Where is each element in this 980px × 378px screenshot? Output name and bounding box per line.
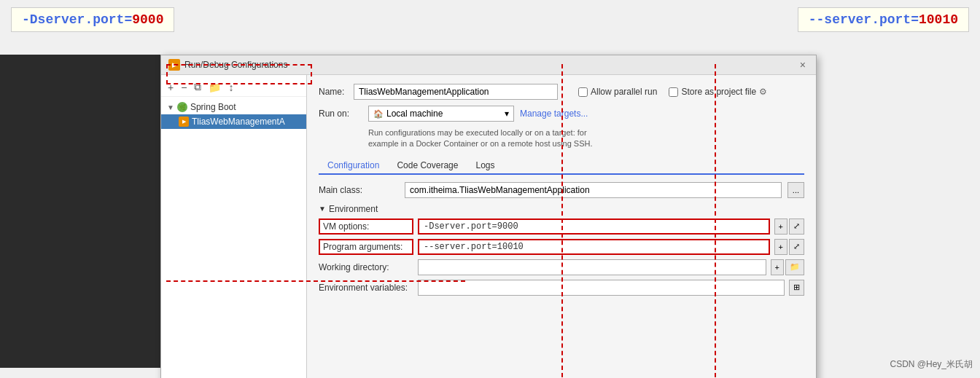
working-dir-input[interactable] (418, 259, 766, 275)
spring-boot-group: ▼ 🌿 Spring Boot (161, 100, 306, 114)
main-class-row: Main class: ... (319, 182, 804, 198)
local-machine-label: Local machine (386, 109, 443, 119)
store-project-checkbox[interactable] (669, 87, 678, 97)
program-args-actions: + ⤢ (774, 239, 804, 255)
right-annotation-box: --server.port=10010 (798, 7, 969, 32)
run-on-label: Run on: (319, 109, 362, 119)
spring-boot-icon: 🌿 (177, 102, 187, 112)
vm-options-label: VM options: (319, 218, 413, 235)
program-args-input[interactable] (418, 239, 770, 255)
working-dir-row: Working directory: + 📁 (319, 259, 804, 275)
dialog-titlebar: ▶ Run/Debug Configurations × (161, 55, 816, 75)
tab-code-coverage-label: Code Coverage (397, 160, 458, 170)
store-project-row: Store as project file ⚙ (669, 87, 767, 97)
env-collapse-arrow: ▼ (319, 205, 326, 213)
tab-logs-label: Logs (475, 160, 494, 170)
dropdown-arrow-icon: ▾ (505, 109, 509, 119)
allow-parallel-row: Allow parallel run (578, 87, 657, 97)
config-tabs: Configuration Code Coverage Logs (319, 157, 804, 175)
right-annotation-text: --server.port=10010 (809, 12, 958, 27)
env-vars-input[interactable] (418, 280, 785, 296)
tab-code-coverage[interactable]: Code Coverage (388, 157, 467, 175)
vm-options-row: VM options: + ⤢ (319, 218, 804, 235)
env-vars-label: Environment variables: (319, 283, 413, 293)
working-dir-actions: + 📁 (771, 259, 804, 275)
config-toolbar: + − ⧉ 📁 ↕ (161, 78, 306, 97)
name-input[interactable] (354, 84, 558, 100)
environment-header: ▼ Environment (319, 204, 804, 214)
folder-config-button[interactable]: 📁 (206, 81, 223, 94)
copy-config-button[interactable]: ⧉ (192, 80, 203, 94)
watermark-text: CSDN @Hey_米氏胡 (890, 359, 973, 369)
hint-line1: Run configurations may be executed local… (368, 128, 587, 137)
vm-options-input[interactable] (418, 218, 770, 235)
main-class-input[interactable] (405, 182, 782, 198)
store-project-label: Store as project file (681, 87, 756, 97)
allow-parallel-checkbox[interactable] (578, 87, 588, 97)
app-config-icon: ▶ (179, 117, 189, 127)
run-on-select[interactable]: 🏠 Local machine ▾ (368, 106, 514, 122)
config-tree: ▼ 🌿 Spring Boot ▶ TliasWebManagementA (161, 97, 306, 132)
left-annotation-value: 9000 (132, 12, 163, 27)
tree-collapse-arrow: ▼ (167, 103, 174, 111)
left-annotation-text: -Dserver.port=9000 (22, 12, 163, 27)
name-row: Name: Allow parallel run Store as projec… (319, 84, 804, 100)
hint-line2: example in a Docker Container or on a re… (368, 139, 593, 148)
env-vars-actions: ⊞ (789, 280, 804, 296)
selected-config-item[interactable]: ▶ TliasWebManagementA (161, 114, 306, 129)
dialog-title-icon: ▶ (168, 59, 180, 71)
left-annotation-label: -Dserver.port= (22, 12, 132, 27)
dialog-title-text: Run/Debug Configurations (184, 60, 287, 70)
home-icon: 🏠 (373, 109, 384, 119)
top-annotations: -Dserver.port=9000 --server.port=10010 (0, 7, 980, 32)
sort-config-button[interactable]: ↕ (226, 81, 236, 94)
run-on-row: Run on: 🏠 Local machine ▾ Manage targets… (319, 106, 804, 122)
right-annotation-value: 10010 (919, 12, 958, 27)
vm-options-add-button[interactable]: + (774, 218, 788, 235)
left-annotation-box: -Dserver.port=9000 (11, 7, 174, 32)
working-dir-add-button[interactable]: + (771, 259, 784, 275)
main-class-label: Main class: (319, 185, 399, 195)
env-vars-row: Environment variables: ⊞ (319, 280, 804, 296)
program-args-label: Program arguments: (319, 239, 413, 255)
dialog-body: + − ⧉ 📁 ↕ ▼ 🌿 Spring Boot ▶ TliasWebMana… (161, 75, 816, 378)
env-vars-browse-button[interactable]: ⊞ (789, 280, 804, 296)
left-config-panel: + − ⧉ 📁 ↕ ▼ 🌿 Spring Boot ▶ TliasWebMana… (161, 75, 307, 378)
working-dir-browse-button[interactable]: 📁 (785, 259, 804, 275)
main-class-browse-button[interactable]: ... (788, 182, 804, 198)
gear-icon: ⚙ (759, 87, 767, 97)
right-config-panel: Name: Allow parallel run Store as projec… (307, 75, 816, 378)
allow-parallel-label: Allow parallel run (591, 87, 657, 97)
right-annotation-label: --server.port= (809, 12, 919, 27)
local-machine-display: 🏠 Local machine (373, 109, 443, 119)
manage-targets-link[interactable]: Manage targets... (520, 109, 588, 119)
add-config-button[interactable]: + (166, 81, 176, 94)
vm-options-actions: + ⤢ (774, 218, 804, 235)
program-args-add-button[interactable]: + (774, 239, 788, 255)
tab-configuration[interactable]: Configuration (319, 157, 388, 175)
selected-config-label: TliasWebManagementA (192, 117, 285, 127)
csdn-watermark: CSDN @Hey_米氏胡 (890, 358, 973, 371)
program-args-row: Program arguments: + ⤢ (319, 239, 804, 255)
remove-config-button[interactable]: − (179, 81, 189, 94)
program-args-expand-button[interactable]: ⤢ (789, 239, 804, 255)
tab-configuration-label: Configuration (327, 160, 379, 170)
vm-options-expand-button[interactable]: ⤢ (789, 218, 804, 235)
name-label: Name: (319, 87, 348, 97)
run-debug-dialog: ▶ Run/Debug Configurations × + − ⧉ 📁 ↕ ▼… (160, 55, 817, 378)
dialog-title: ▶ Run/Debug Configurations (168, 59, 287, 71)
hint-text: Run configurations may be executed local… (368, 127, 804, 150)
env-label: Environment (329, 204, 378, 214)
close-button[interactable]: × (797, 59, 809, 71)
tab-logs[interactable]: Logs (467, 157, 503, 175)
left-panel-bg (0, 55, 162, 368)
spring-boot-label: Spring Boot (190, 102, 236, 112)
working-dir-label: Working directory: (319, 262, 413, 272)
